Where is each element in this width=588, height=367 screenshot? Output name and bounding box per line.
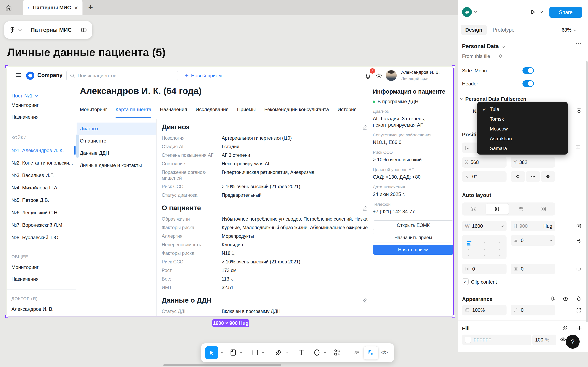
sidebar-item[interactable]: Мониторинг: [7, 261, 76, 273]
frame-tool-button[interactable]: [229, 349, 237, 356]
group-header[interactable]: Personal Data Fullscreen: [465, 96, 526, 102]
bed-item[interactable]: №4. Михайлова П.А.: [7, 182, 76, 194]
chevron-down-icon[interactable]: [502, 46, 505, 48]
chevron-down-icon[interactable]: [285, 351, 288, 353]
independent-padding-icon[interactable]: [576, 266, 582, 272]
share-button[interactable]: Share: [549, 7, 582, 18]
hamburger-menu-icon[interactable]: [15, 72, 21, 78]
component-name[interactable]: Personal Data: [462, 43, 499, 50]
flow-horizontal-option[interactable]: [510, 202, 532, 216]
alignment-grid[interactable]: [462, 235, 507, 259]
horizontal-padding-field[interactable]: 0: [462, 264, 507, 274]
dropdown-option[interactable]: ✓ Samara: [477, 143, 568, 153]
sliders-icon[interactable]: [576, 238, 582, 244]
sidebar-item[interactable]: Александров И. В.: [7, 303, 76, 315]
fill-opacity-field[interactable]: 100 %: [532, 334, 556, 345]
file-name[interactable]: Паттерны МИС: [25, 27, 78, 33]
bed-item[interactable]: №7. Воронежский Л.М.: [7, 219, 76, 231]
flow-vertical-option[interactable]: [486, 203, 509, 215]
edit-icon[interactable]: [362, 298, 367, 303]
resize-icon[interactable]: [576, 223, 582, 229]
independent-corners-icon[interactable]: [576, 308, 582, 313]
post-selector[interactable]: Пост №1: [11, 93, 38, 99]
fill-swatch[interactable]: [465, 337, 471, 343]
tab-prototype[interactable]: Prototype: [488, 25, 519, 35]
patient-tab[interactable]: Рекомендации консультанта: [264, 107, 329, 118]
settings-button[interactable]: [375, 72, 382, 79]
corner-radius-field[interactable]: 0: [511, 305, 555, 315]
start-appointment-button[interactable]: Начать прием: [373, 245, 454, 255]
zoom-control[interactable]: 68%: [562, 27, 576, 33]
present-play-icon[interactable]: [530, 8, 536, 16]
secondary-button[interactable]: Назначить прием: [373, 233, 454, 242]
instance-swap-icon[interactable]: [576, 107, 582, 113]
clip-content-checkbox[interactable]: ✓: [462, 278, 468, 285]
draw-annotate-button[interactable]: [353, 349, 361, 356]
fill-color-row[interactable]: FFFFFF: [462, 334, 531, 345]
ellipse-tool-button[interactable]: [313, 349, 321, 356]
collapse-chevron-icon[interactable]: [460, 98, 463, 100]
new-appointment-button[interactable]: + Новый прием: [185, 67, 222, 85]
bed-item[interactable]: №1. Александров И. К.: [7, 144, 76, 157]
eye-icon[interactable]: [562, 297, 569, 301]
account-avatar[interactable]: [462, 7, 472, 17]
width-field[interactable]: W 1600: [462, 221, 507, 231]
subnav-item[interactable]: Данные ДДН: [77, 147, 156, 159]
header-toggle[interactable]: [522, 80, 534, 87]
styles-capsule-icon[interactable]: [550, 296, 555, 302]
layout-panel-icon[interactable]: [81, 27, 87, 33]
horizontal-scrollbar[interactable]: [163, 364, 281, 366]
vertical-padding-field[interactable]: 0: [511, 264, 555, 274]
design-frame[interactable]: Company + Новый прием 3 Александров И.: [7, 67, 454, 317]
chevron-down-icon[interactable]: [18, 29, 22, 31]
chevron-down-icon[interactable]: [540, 11, 543, 13]
edit-icon[interactable]: [362, 124, 367, 130]
code-mode-button[interactable]: </>: [381, 350, 388, 356]
search-input[interactable]: [77, 73, 174, 79]
page-title[interactable]: Личные данные пациента (5): [7, 46, 165, 58]
new-tab-button[interactable]: +: [88, 3, 93, 12]
tab-design[interactable]: Design: [461, 25, 487, 35]
flip-horizontal-button[interactable]: [526, 171, 540, 182]
blend-drop-icon[interactable]: [576, 296, 582, 302]
chevron-down-icon[interactable]: [240, 351, 242, 353]
text-tool-button[interactable]: [297, 349, 305, 356]
component-menu-icon[interactable]: ⋯: [576, 40, 582, 47]
patient-tab[interactable]: История: [337, 107, 356, 118]
chevron-down-icon[interactable]: [221, 351, 224, 353]
patient-tab[interactable]: Назначения: [160, 107, 187, 118]
flow-grid-option[interactable]: [532, 202, 555, 216]
patient-tab[interactable]: Карта пациента: [116, 107, 151, 118]
chevron-down-icon[interactable]: [324, 351, 327, 353]
patient-tab[interactable]: Мониторинг: [80, 107, 107, 118]
distribute-icon[interactable]: [575, 144, 581, 150]
flow-freeform-option[interactable]: [462, 202, 485, 216]
figma-logo-icon[interactable]: [9, 27, 16, 33]
opacity-field[interactable]: 100%: [462, 305, 507, 315]
secondary-button[interactable]: Открыть ЕЭМК: [373, 220, 454, 230]
patient-search[interactable]: [66, 70, 178, 81]
y-position-field[interactable]: Y 382: [511, 157, 555, 167]
notifications-button[interactable]: [364, 72, 371, 79]
patient-tab[interactable]: Приемы: [237, 107, 256, 118]
inspector-scrollbar[interactable]: [586, 61, 588, 322]
height-field[interactable]: H 900 Hug: [511, 221, 555, 231]
subnav-item[interactable]: О пациенте: [77, 135, 156, 147]
dropdown-option[interactable]: ✓ Moscow: [477, 124, 568, 134]
dropdown-option[interactable]: ✓ Tula: [477, 104, 568, 114]
rotation-field[interactable]: 0°: [462, 171, 507, 182]
actions-button[interactable]: [333, 349, 341, 356]
bed-item[interactable]: №5. Петров Д.В.: [7, 194, 76, 206]
close-tab-icon[interactable]: ×: [74, 4, 78, 11]
add-fill-icon[interactable]: [576, 325, 582, 331]
move-tool-button[interactable]: [205, 346, 218, 359]
chevron-down-icon[interactable]: [261, 351, 264, 353]
x-position-field[interactable]: X 568: [462, 157, 507, 167]
file-tab[interactable]: Паттерны МИС ×: [23, 0, 82, 15]
sidebar-item[interactable]: Мониторинг: [7, 99, 76, 111]
edit-icon[interactable]: [362, 205, 367, 211]
bed-item[interactable]: №6. Лещинский С.Н.: [7, 206, 76, 219]
sidebar-item[interactable]: Назначения: [7, 111, 76, 123]
bed-item[interactable]: №3. Васильев И.Г.: [7, 169, 76, 182]
dropdown-option[interactable]: ✓ Tomsk: [477, 114, 568, 124]
